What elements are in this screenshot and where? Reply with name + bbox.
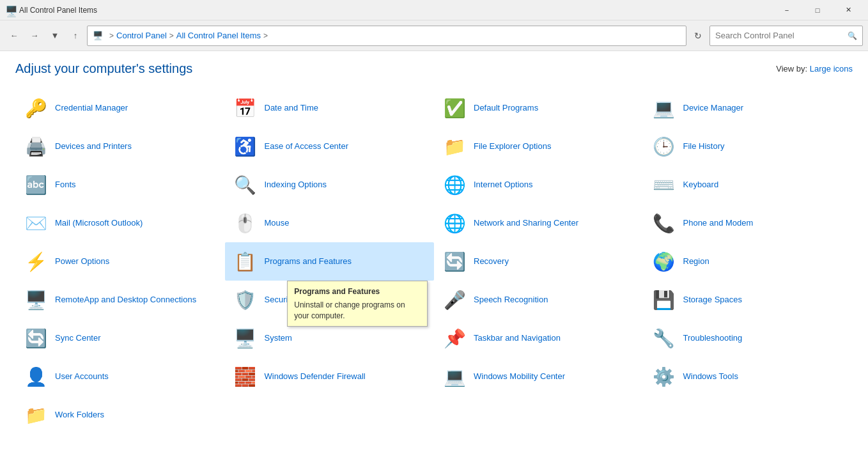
item-programs-and-features[interactable]: 📋Programs and FeaturesPrograms and Featu…: [225, 242, 435, 281]
app-icon: 🖥️: [5, 5, 15, 15]
speech-recognition-icon: 🎤: [442, 287, 467, 313]
item-credential-manager[interactable]: 🔑Credential Manager: [15, 89, 225, 127]
item-keyboard[interactable]: ⌨️Keyboard: [644, 166, 853, 204]
breadcrumb-control-panel[interactable]: Control Panel: [116, 31, 167, 40]
taskbar-navigation-icon: 📌: [442, 325, 467, 351]
address-icon: 🖥️: [93, 31, 103, 40]
storage-spaces-icon: 💾: [651, 287, 677, 313]
windows-mobility-label: Windows Mobility Center: [474, 371, 565, 382]
item-devices-and-printers[interactable]: 🖨️Devices and Printers: [15, 127, 225, 166]
item-indexing-options[interactable]: 🔍Indexing Options: [225, 166, 435, 204]
speech-recognition-label: Speech Recognition: [474, 295, 548, 306]
search-input[interactable]: [715, 31, 848, 40]
default-programs-icon: ✅: [442, 95, 467, 121]
item-ease-of-access[interactable]: ♿Ease of Access Center: [225, 127, 435, 166]
troubleshooting-label: Troubleshooting: [683, 333, 743, 344]
file-history-icon: 🕒: [651, 134, 677, 159]
recovery-label: Recovery: [474, 256, 509, 267]
item-network-sharing[interactable]: 🌐Network and Sharing Center: [434, 204, 644, 242]
internet-options-icon: 🌐: [442, 172, 467, 198]
ease-of-access-label: Ease of Access Center: [265, 141, 349, 152]
item-date-and-time[interactable]: 📅Date and Time: [225, 89, 435, 127]
item-system[interactable]: 🖥️System: [225, 319, 435, 357]
item-device-manager[interactable]: 💻Device Manager: [644, 89, 853, 127]
programs-and-features-icon: 📋: [233, 249, 258, 274]
close-button[interactable]: ✕: [833, 0, 863, 20]
date-and-time-label: Date and Time: [265, 103, 319, 114]
item-windows-mobility[interactable]: 💻Windows Mobility Center: [434, 357, 644, 396]
item-default-programs[interactable]: ✅Default Programs: [434, 89, 644, 127]
page-title: Adjust your computer's settings: [15, 61, 192, 76]
address-bar[interactable]: 🖥️ > Control Panel > All Control Panel I…: [87, 26, 686, 46]
phone-modem-icon: 📞: [651, 210, 677, 236]
item-remoteapp[interactable]: 🖥️RemoteApp and Desktop Connections: [15, 281, 225, 319]
credential-manager-label: Credential Manager: [55, 103, 128, 114]
indexing-options-icon: 🔍: [233, 172, 258, 198]
view-by: View by: Large icons: [776, 64, 853, 74]
troubleshooting-icon: 🔧: [651, 325, 677, 351]
work-folders-icon: 📁: [23, 402, 49, 428]
sync-center-icon: 🔄: [23, 325, 49, 351]
network-sharing-label: Network and Sharing Center: [474, 218, 578, 229]
region-label: Region: [683, 256, 709, 267]
remoteapp-label: RemoteApp and Desktop Connections: [55, 295, 196, 306]
search-icon: 🔍: [848, 31, 857, 40]
network-sharing-icon: 🌐: [442, 210, 467, 236]
windows-tools-label: Windows Tools: [683, 371, 738, 382]
item-taskbar-navigation[interactable]: 📌Taskbar and Navigation: [434, 319, 644, 357]
remoteapp-icon: 🖥️: [23, 287, 49, 313]
item-file-explorer-options[interactable]: 📁File Explorer Options: [434, 127, 644, 166]
devices-and-printers-label: Devices and Printers: [55, 141, 132, 152]
mouse-icon: 🖱️: [233, 210, 258, 236]
item-windows-tools[interactable]: ⚙️Windows Tools: [644, 357, 853, 396]
back-button[interactable]: ←: [5, 27, 23, 45]
windows-defender-icon: 🧱: [233, 364, 258, 389]
internet-options-label: Internet Options: [474, 180, 533, 190]
item-mail[interactable]: ✉️Mail (Microsoft Outlook): [15, 204, 225, 242]
item-power-options[interactable]: ⚡Power Options: [15, 242, 225, 281]
forward-button[interactable]: →: [26, 27, 43, 45]
view-by-value[interactable]: Large icons: [810, 64, 853, 74]
item-internet-options[interactable]: 🌐Internet Options: [434, 166, 644, 204]
item-windows-defender[interactable]: 🧱Windows Defender Firewall: [225, 357, 435, 396]
titlebar: 🖥️ All Control Panel Items − □ ✕: [0, 0, 868, 20]
item-recovery[interactable]: 🔄Recovery: [434, 242, 644, 281]
item-user-accounts[interactable]: 👤User Accounts: [15, 357, 225, 396]
keyboard-icon: ⌨️: [651, 172, 677, 198]
item-fonts[interactable]: 🔤Fonts: [15, 166, 225, 204]
item-storage-spaces[interactable]: 💾Storage Spaces: [644, 281, 853, 319]
maximize-button[interactable]: □: [803, 0, 832, 20]
item-sync-center[interactable]: 🔄Sync Center: [15, 319, 225, 357]
mail-label: Mail (Microsoft Outlook): [55, 218, 143, 229]
item-region[interactable]: 🌍Region: [644, 242, 853, 281]
region-icon: 🌍: [651, 249, 677, 274]
recovery-icon: 🔄: [442, 249, 467, 274]
item-mouse[interactable]: 🖱️Mouse: [225, 204, 435, 242]
file-explorer-options-icon: 📁: [442, 134, 467, 159]
indexing-options-label: Indexing Options: [265, 180, 327, 190]
item-file-history[interactable]: 🕒File History: [644, 127, 853, 166]
file-explorer-options-label: File Explorer Options: [474, 141, 551, 152]
security-maintenance-label: Security and Maintenance: [265, 295, 360, 306]
work-folders-label: Work Folders: [55, 410, 104, 421]
windows-defender-label: Windows Defender Firewall: [265, 371, 366, 382]
window-controls: − □ ✕: [772, 0, 863, 20]
search-box[interactable]: 🔍: [709, 26, 863, 46]
item-security-maintenance[interactable]: 🛡️Security and Maintenance: [225, 281, 435, 319]
recent-button[interactable]: ▼: [46, 27, 64, 45]
fonts-label: Fonts: [55, 180, 76, 190]
view-by-label: View by:: [776, 64, 807, 74]
item-phone-modem[interactable]: 📞Phone and Modem: [644, 204, 853, 242]
item-speech-recognition[interactable]: 🎤Speech Recognition: [434, 281, 644, 319]
keyboard-label: Keyboard: [683, 180, 719, 190]
default-programs-label: Default Programs: [474, 103, 538, 114]
device-manager-icon: 💻: [651, 95, 677, 121]
refresh-button[interactable]: ↻: [689, 27, 707, 45]
up-button[interactable]: ↑: [66, 27, 84, 45]
item-work-folders[interactable]: 📁Work Folders: [15, 396, 225, 434]
breadcrumb-all-items[interactable]: All Control Panel Items: [176, 31, 261, 40]
minimize-button[interactable]: −: [772, 0, 802, 20]
item-troubleshooting[interactable]: 🔧Troubleshooting: [644, 319, 853, 357]
system-label: System: [265, 333, 292, 344]
date-and-time-icon: 📅: [233, 95, 258, 121]
